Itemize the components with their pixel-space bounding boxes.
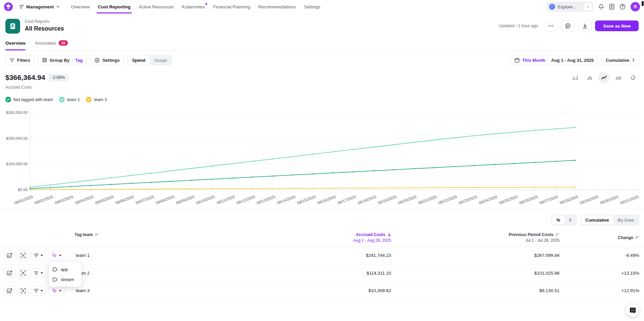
help-icon[interactable]: [620, 4, 626, 10]
svg-text:08/14/2025: 08/14/2025: [276, 195, 296, 205]
row-tag-dropdown[interactable]: [49, 251, 64, 260]
focus-button[interactable]: [18, 268, 29, 278]
tab-anomalies[interactable]: Anomalies26: [35, 40, 68, 50]
updated-timestamp: Updated ~1 hour ago: [498, 24, 538, 28]
tab-overview[interactable]: Overview: [5, 40, 25, 50]
row-filter-dropdown[interactable]: [31, 286, 46, 295]
bar-chart-icon[interactable]: [584, 72, 595, 83]
svg-text:08/04/2025: 08/04/2025: [74, 195, 94, 205]
divider: [72, 57, 72, 63]
row-actions: [0, 286, 74, 295]
notifications-bell-icon[interactable]: [598, 4, 604, 10]
spend-segment[interactable]: Spend: [128, 55, 150, 65]
svg-text:08/23/2025: 08/23/2025: [458, 195, 478, 205]
unit-toggle: % $: [551, 215, 577, 226]
summary-row: $366,364.94 -2.89%: [0, 65, 644, 83]
cumulative-toggle[interactable]: Cumulative: [581, 216, 613, 225]
legend-item-team-1[interactable]: team 1: [59, 97, 80, 102]
notification-dot: [205, 3, 207, 5]
column-header-tag-team[interactable]: Tag:team: [74, 232, 294, 243]
row-change: +12.91%: [564, 288, 644, 293]
donut-chart-icon[interactable]: [627, 72, 639, 83]
usage-segment[interactable]: Usage: [150, 55, 171, 65]
tag-icon: [51, 253, 57, 258]
nav-item-recommendations[interactable]: Recommendations: [258, 0, 296, 13]
column-header-change[interactable]: Change: [564, 235, 644, 240]
row-tag-dropdown[interactable]: [49, 286, 64, 295]
date-range-button[interactable]: This Month Aug 1 - Aug 31, 2025: [510, 55, 598, 65]
svg-text:08/02/2025: 08/02/2025: [34, 195, 54, 205]
add-to-chart-button[interactable]: [4, 286, 15, 295]
dollar-toggle[interactable]: $: [565, 216, 576, 225]
nav-item-financial-planning[interactable]: Financial Planning: [213, 0, 250, 13]
sort-icon: [555, 233, 559, 236]
gear-icon: [95, 58, 100, 63]
tag-option-stream[interactable]: stream: [49, 274, 82, 284]
column-header-accrued[interactable]: Accrued Costs Aug 1 - Aug 28, 2025: [294, 232, 395, 243]
row-group-name: team 3: [74, 288, 294, 293]
svg-text:08/19/2025: 08/19/2025: [377, 195, 397, 205]
column-header-previous[interactable]: Previous Period Costs Jul 1 - Jul 28, 20…: [395, 232, 564, 243]
row-accrued-cost: $241,744.23: [294, 253, 395, 258]
explore-placeholder: Explore...: [558, 4, 582, 9]
top-navbar: Management OverviewCost ReportingActive …: [0, 0, 644, 13]
scrollbar-thumb[interactable]: [642, 1, 644, 6]
percent-toggle[interactable]: %: [552, 216, 565, 225]
chat-widget-button[interactable]: [626, 304, 639, 317]
chevron-down-icon: [56, 6, 60, 8]
nav-item-kubernetes[interactable]: Kubernetes: [182, 0, 205, 13]
focus-button[interactable]: [18, 251, 29, 260]
workspace-switcher[interactable]: Management: [19, 4, 60, 9]
svg-text:08/21/2025: 08/21/2025: [418, 195, 437, 205]
area-chart-icon[interactable]: [613, 72, 624, 83]
save-as-new-button[interactable]: Save as New: [595, 20, 639, 31]
download-button[interactable]: [578, 20, 592, 31]
focus-crosshair-icon: [20, 288, 26, 293]
tag-option-app[interactable]: app: [49, 264, 82, 274]
org-icon: [19, 5, 24, 9]
focus-button[interactable]: [18, 286, 29, 295]
svg-text:08/18/2025: 08/18/2025: [357, 195, 377, 205]
svg-text:08/12/2025: 08/12/2025: [236, 195, 256, 205]
row-actions: [0, 251, 74, 260]
svg-text:08/07/2025: 08/07/2025: [135, 195, 155, 205]
sort-icon: [635, 236, 639, 239]
aggregation-select[interactable]: Cumulative: [601, 55, 639, 65]
user-avatar[interactable]: R: [631, 2, 640, 11]
nav-item-cost-reporting[interactable]: Cost Reporting: [98, 0, 131, 13]
row-filter-dropdown[interactable]: [31, 251, 46, 260]
explore-search[interactable]: Explore... /: [546, 2, 593, 12]
cost-chart[interactable]: $0.00$100,000.00$200,000.00$300,000.0008…: [0, 105, 644, 205]
add-comment-button[interactable]: [561, 20, 575, 31]
grouped-bar-chart-icon[interactable]: [570, 72, 581, 83]
svg-text:08/13/2025: 08/13/2025: [256, 195, 276, 205]
row-change: -9.49%: [564, 253, 644, 258]
settings-button[interactable]: Settings: [90, 55, 124, 65]
nav-item-active-resources[interactable]: Active Resources: [139, 0, 174, 13]
more-options-button[interactable]: [544, 20, 557, 31]
legend-item-team-3[interactable]: team 3: [86, 97, 107, 102]
nav-item-overview[interactable]: Overview: [71, 0, 90, 13]
row-accrued-cost: $10,309.62: [294, 288, 395, 293]
page-title: All Resources: [25, 25, 64, 32]
add-to-chart-button[interactable]: [4, 268, 15, 278]
row-filter-dropdown[interactable]: [31, 268, 46, 278]
vantage-logo-icon[interactable]: [4, 2, 13, 11]
view-controls: % $ Cumulative By Date: [0, 209, 644, 229]
changelog-doc-icon[interactable]: [609, 4, 614, 10]
group-by-button[interactable]: Group By Tag: [38, 55, 87, 65]
filters-button[interactable]: Filters: [5, 55, 35, 65]
table-row-team-2[interactable]: team 2$114,311.10$101,025.86+13.15%: [0, 265, 644, 282]
chart-line-team-1: [30, 128, 575, 187]
line-chart-icon[interactable]: [598, 72, 610, 83]
accrued-costs-label: Accrued Costs: [0, 83, 644, 90]
by-date-toggle[interactable]: By Date: [613, 216, 638, 225]
nav-item-settings[interactable]: Settings: [304, 0, 320, 13]
add-to-chart-button[interactable]: [4, 251, 15, 260]
table-row-team-3[interactable]: team 3$10,309.62$9,130.51+12.91%: [0, 282, 644, 300]
legend-item-not-tagged-with-team[interactable]: Not tagged with team: [5, 97, 53, 102]
explore-icon: [549, 4, 555, 10]
label-outline-icon: [53, 277, 58, 282]
comment-plus-icon: [565, 23, 571, 29]
table-row-team-1[interactable]: team 1$241,744.23$267,099.84-9.49%: [0, 247, 644, 265]
